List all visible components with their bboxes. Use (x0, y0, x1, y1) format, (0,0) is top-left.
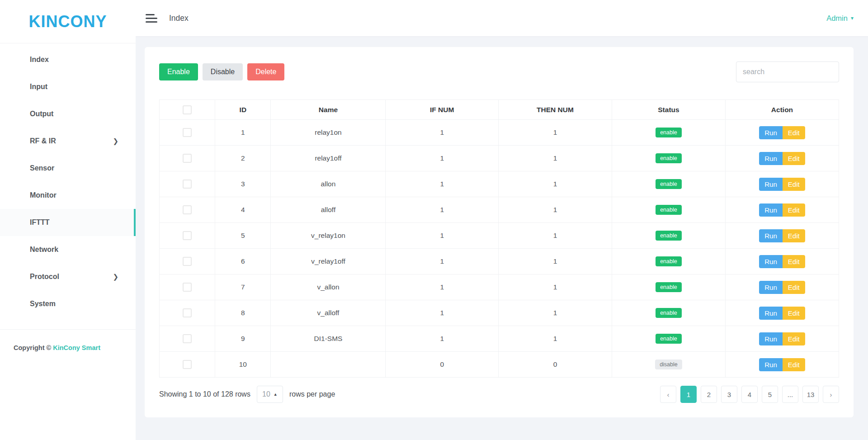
run-button[interactable]: Run (759, 281, 783, 294)
edit-button[interactable]: Edit (783, 203, 805, 217)
sidebar-item-output[interactable]: Output (0, 100, 136, 128)
main-area: Enable Disable Delete ID Nam (136, 36, 868, 440)
cell-name: v_relay1off (271, 249, 386, 274)
cell-id: 4 (215, 197, 271, 223)
edit-button[interactable]: Edit (783, 152, 805, 165)
row-checkbox[interactable] (183, 154, 192, 163)
cell-then-num: 1 (498, 171, 612, 197)
row-action-group: Run Edit (759, 178, 805, 191)
cell-id: 9 (215, 326, 271, 352)
sidebar-item-protocol[interactable]: Protocol ❯ (0, 263, 136, 290)
cell-name: v_alloff (271, 300, 386, 326)
ifttt-table: ID Name IF NUM THEN NUM Status Action 1 … (159, 99, 839, 378)
edit-button[interactable]: Edit (783, 281, 805, 294)
row-action-group: Run Edit (759, 229, 805, 242)
previous-page-button[interactable]: ‹ (660, 386, 676, 403)
row-checkbox[interactable] (183, 334, 192, 343)
row-action-group: Run Edit (759, 358, 805, 371)
copyright-text: Copyright © (14, 344, 53, 351)
row-action-group: Run Edit (759, 281, 805, 294)
sidebar-item-rf-ir[interactable]: RF & IR ❯ (0, 128, 136, 155)
sidebar-item-monitor[interactable]: Monitor (0, 182, 136, 209)
edit-button[interactable]: Edit (783, 126, 805, 139)
cell-name: relay1on (271, 120, 386, 146)
page-button-5[interactable]: 5 (762, 386, 778, 403)
cell-then-num: 1 (498, 223, 612, 249)
edit-button[interactable]: Edit (783, 229, 805, 242)
run-button[interactable]: Run (759, 229, 783, 242)
menu-toggle-icon[interactable] (146, 14, 157, 23)
cell-then-num: 1 (498, 120, 612, 146)
status-badge: enable (656, 205, 682, 215)
status-badge: enable (656, 334, 682, 344)
row-checkbox[interactable] (183, 283, 192, 292)
sidebar-item-input[interactable]: Input (0, 73, 136, 100)
row-action-group: Run Edit (759, 255, 805, 268)
cell-id: 10 (215, 352, 271, 378)
cell-then-num: 1 (498, 146, 612, 171)
admin-dropdown[interactable]: Admin ▾ (826, 14, 854, 23)
edit-button[interactable]: Edit (783, 307, 805, 320)
sidebar-item-label: System (30, 300, 56, 308)
sidebar-item-ifttt[interactable]: IFTTT (0, 209, 136, 236)
column-header-select (160, 100, 215, 120)
table-row-6: 6 v_relay1off 1 1 enable Run Edit (160, 249, 839, 274)
table-row-10: 10 0 0 disable Run Edit (160, 352, 839, 378)
run-button[interactable]: Run (759, 332, 783, 345)
page-button-13[interactable]: 13 (802, 386, 819, 403)
page-size-dropdown[interactable]: 10 ▲ (257, 386, 283, 403)
run-button[interactable]: Run (759, 255, 783, 268)
copyright-brand-link[interactable]: KinCony Smart (53, 344, 100, 351)
run-button[interactable]: Run (759, 152, 783, 165)
sidebar-item-network[interactable]: Network (0, 236, 136, 263)
delete-button[interactable]: Delete (247, 63, 284, 80)
row-action-group: Run Edit (759, 307, 805, 320)
sidebar-item-index[interactable]: Index (0, 46, 136, 73)
run-button[interactable]: Run (759, 358, 783, 371)
caret-down-icon: ▾ (851, 15, 854, 21)
admin-label: Admin (826, 14, 848, 23)
page-button-4[interactable]: 4 (741, 386, 758, 403)
next-page-button[interactable]: › (823, 386, 839, 403)
chevron-right-icon: ❯ (113, 137, 118, 145)
edit-button[interactable]: Edit (783, 358, 805, 371)
edit-button[interactable]: Edit (783, 178, 805, 191)
run-button[interactable]: Run (759, 307, 783, 320)
run-button[interactable]: Run (759, 178, 783, 191)
sidebar-item-system[interactable]: System (0, 290, 136, 317)
run-button[interactable]: Run (759, 126, 783, 139)
row-checkbox[interactable] (183, 308, 192, 317)
search-input[interactable] (736, 62, 839, 82)
cell-if-num: 1 (386, 120, 498, 146)
edit-button[interactable]: Edit (783, 255, 805, 268)
table-row-8: 8 v_alloff 1 1 enable Run Edit (160, 300, 839, 326)
cell-if-num: 1 (386, 171, 498, 197)
showing-rows-text: Showing 1 to 10 of 128 rows (159, 390, 250, 398)
page-button-2[interactable]: 2 (701, 386, 717, 403)
row-checkbox[interactable] (183, 128, 192, 137)
row-checkbox[interactable] (183, 257, 192, 266)
cell-name: relay1off (271, 146, 386, 171)
table-row-4: 4 alloff 1 1 enable Run Edit (160, 197, 839, 223)
row-checkbox[interactable] (183, 180, 192, 189)
sidebar-copyright: Copyright © KinCony Smart (0, 329, 136, 351)
page-button-1[interactable]: 1 (680, 386, 697, 403)
cell-then-num: 0 (498, 352, 612, 378)
row-checkbox[interactable] (183, 231, 192, 240)
disable-button[interactable]: Disable (203, 63, 243, 80)
page-button[interactable]: ... (782, 386, 798, 403)
sidebar-item-sensor[interactable]: Sensor (0, 155, 136, 182)
run-button[interactable]: Run (759, 203, 783, 217)
edit-button[interactable]: Edit (783, 332, 805, 345)
select-all-checkbox[interactable] (183, 105, 192, 114)
enable-button[interactable]: Enable (159, 63, 198, 80)
sidebar-item-label: Output (30, 110, 53, 118)
page-button-3[interactable]: 3 (721, 386, 737, 403)
row-checkbox[interactable] (183, 360, 192, 369)
cell-if-num: 1 (386, 326, 498, 352)
column-header-name: Name (271, 100, 386, 120)
cell-id: 2 (215, 146, 271, 171)
cell-name: DI1-SMS (271, 326, 386, 352)
status-badge: disable (655, 360, 682, 370)
row-checkbox[interactable] (183, 205, 192, 214)
